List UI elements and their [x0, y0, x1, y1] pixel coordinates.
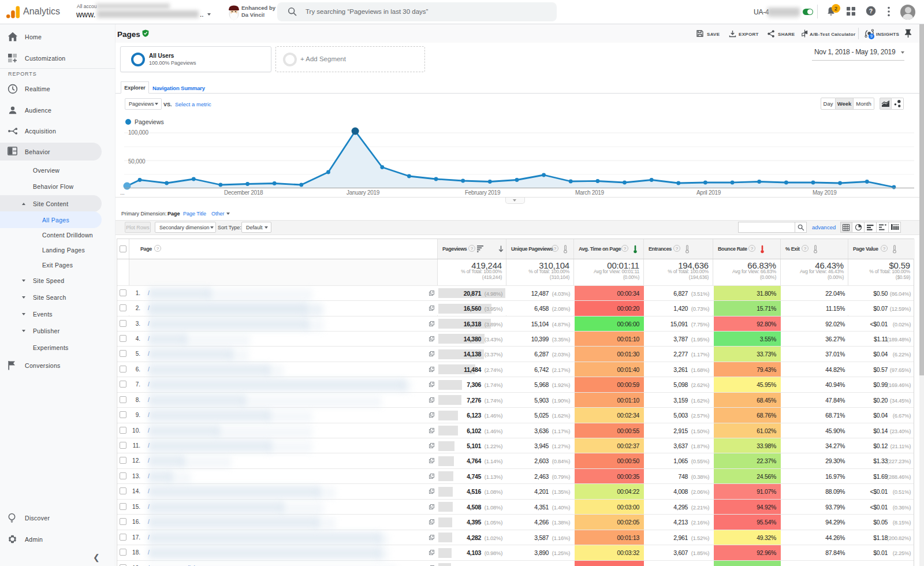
- svg-text:?: ?: [869, 8, 873, 14]
